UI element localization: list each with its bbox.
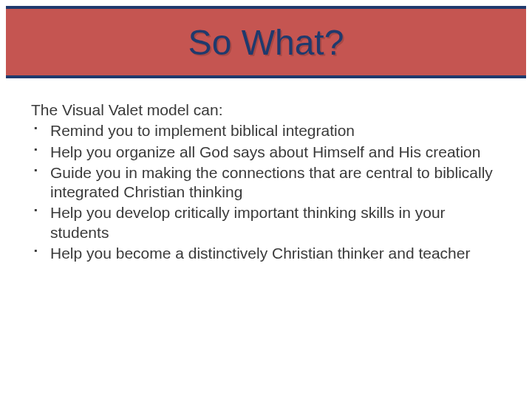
list-item: Help you organize all God says about Him… [31,143,501,162]
bullet-text: Guide you in making the connections that… [50,164,493,200]
slide: So What? The Visual Valet model can: Rem… [0,6,532,399]
bullet-text: Help you become a distinctively Christia… [50,245,470,262]
bullet-list: Remind you to implement biblical integra… [31,121,501,263]
list-item: Remind you to implement biblical integra… [31,121,501,140]
bullet-text: Help you organize all God says about Him… [50,143,480,160]
title-bar: So What? [6,6,526,78]
slide-title: So What? [188,22,344,63]
list-item: Guide you in making the connections that… [31,163,501,202]
list-item: Help you develop critically important th… [31,203,501,242]
slide-body: The Visual Valet model can: Remind you t… [31,100,501,263]
bullet-text: Help you develop critically important th… [50,204,446,240]
intro-text: The Visual Valet model can: [31,100,501,120]
bullet-text: Remind you to implement biblical integra… [50,122,355,139]
list-item: Help you become a distinctively Christia… [31,244,501,263]
